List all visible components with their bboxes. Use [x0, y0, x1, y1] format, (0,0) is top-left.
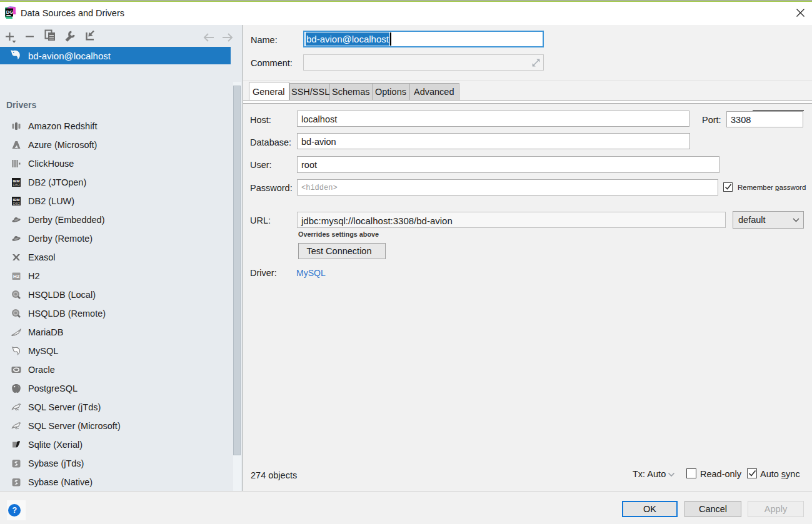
svg-text:DB2: DB2	[13, 183, 21, 187]
svg-text:DB2: DB2	[13, 202, 21, 205]
svg-text:IBM: IBM	[13, 179, 20, 183]
svg-text:DG: DG	[6, 9, 13, 15]
svg-text:H2: H2	[13, 274, 20, 279]
svg-text:IBM: IBM	[13, 198, 20, 202]
